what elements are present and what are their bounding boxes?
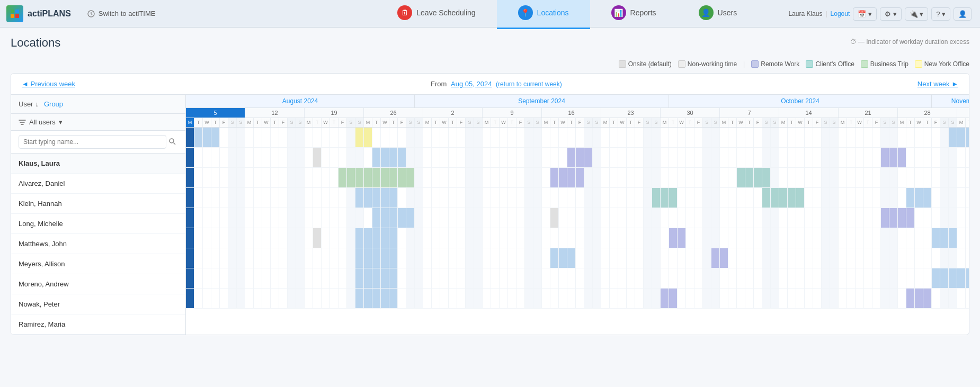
calendar-cell[interactable]	[856, 148, 864, 167]
calendar-cell[interactable]	[805, 268, 813, 288]
calendar-cell[interactable]	[805, 248, 813, 268]
calendar-cell[interactable]	[559, 248, 567, 268]
calendar-cell[interactable]	[542, 228, 550, 248]
calendar-cell[interactable]	[398, 208, 406, 228]
calendar-cell[interactable]	[627, 128, 635, 147]
calendar-cell[interactable]	[881, 289, 889, 308]
calendar-cell[interactable]	[533, 148, 542, 167]
calendar-cell[interactable]	[669, 148, 678, 167]
calendar-cell[interactable]	[601, 268, 610, 288]
calendar-cell[interactable]	[279, 228, 288, 248]
calendar-cell[interactable]	[966, 168, 969, 187]
calendar-cell[interactable]	[313, 188, 322, 208]
calendar-cell[interactable]	[678, 188, 686, 208]
calendar-cell[interactable]	[949, 148, 957, 167]
calendar-cell[interactable]	[271, 168, 279, 187]
calendar-cell[interactable]	[313, 228, 322, 248]
calendar-cell[interactable]	[686, 168, 694, 187]
calendar-cell[interactable]	[237, 168, 245, 187]
calendar-cell[interactable]	[898, 228, 906, 248]
calendar-cell[interactable]	[381, 268, 389, 288]
calendar-cell[interactable]	[644, 168, 652, 187]
calendar-cell[interactable]	[508, 289, 516, 308]
calendar-cell[interactable]	[779, 148, 788, 167]
calendar-cell[interactable]	[542, 128, 550, 147]
calendar-cell[interactable]	[711, 168, 720, 187]
calendar-cell[interactable]	[500, 208, 508, 228]
calendar-cell[interactable]	[847, 268, 856, 288]
calendar-cell[interactable]	[745, 188, 754, 208]
calendar-cell[interactable]	[364, 188, 372, 208]
calendar-cell[interactable]	[593, 148, 601, 167]
calendar-cell[interactable]	[516, 228, 525, 248]
calendar-cell[interactable]	[618, 268, 627, 288]
calendar-cell[interactable]	[364, 268, 372, 288]
calendar-cell[interactable]	[881, 248, 889, 268]
calendar-cell[interactable]	[669, 168, 678, 187]
calendar-cell[interactable]	[737, 188, 745, 208]
calendar-cell[interactable]	[355, 148, 364, 167]
calendar-cell[interactable]	[237, 248, 245, 268]
calendar-cell[interactable]	[703, 268, 711, 288]
calendar-cell[interactable]	[788, 228, 796, 248]
calendar-cell[interactable]	[635, 148, 644, 167]
calendar-cell[interactable]	[432, 128, 440, 147]
calendar-cell[interactable]	[474, 188, 483, 208]
calendar-cell[interactable]	[771, 228, 779, 248]
calendar-cell[interactable]	[288, 228, 296, 248]
calendar-cell[interactable]	[550, 268, 559, 288]
calendar-cell[interactable]	[762, 208, 771, 228]
calendar-cell[interactable]	[754, 248, 762, 268]
calendar-cell[interactable]	[839, 289, 847, 308]
calendar-cell[interactable]	[720, 248, 728, 268]
calendar-cell[interactable]	[533, 208, 542, 228]
calendar-cell[interactable]	[500, 268, 508, 288]
calendar-cell[interactable]	[338, 128, 347, 147]
calendar-cell[interactable]	[542, 248, 550, 268]
calendar-cell[interactable]	[355, 188, 364, 208]
calendar-cell[interactable]	[957, 228, 966, 248]
calendar-cell[interactable]	[864, 188, 872, 208]
calendar-cell[interactable]	[220, 248, 228, 268]
calendar-cell[interactable]	[771, 289, 779, 308]
calendar-cell[interactable]	[338, 289, 347, 308]
calendar-cell[interactable]	[644, 268, 652, 288]
calendar-cell[interactable]	[550, 289, 559, 308]
calendar-cell[interactable]	[491, 289, 500, 308]
calendar-cell[interactable]	[211, 268, 220, 288]
calendar-cell[interactable]	[601, 148, 610, 167]
calendar-cell[interactable]	[635, 268, 644, 288]
calendar-cell[interactable]	[483, 228, 491, 248]
calendar-cell[interactable]	[372, 208, 381, 228]
calendar-cell[interactable]	[957, 148, 966, 167]
calendar-cell[interactable]	[754, 208, 762, 228]
calendar-cell[interactable]	[737, 168, 745, 187]
calendar-cell[interactable]	[355, 248, 364, 268]
calendar-cell[interactable]	[584, 268, 593, 288]
calendar-cell[interactable]	[186, 289, 194, 308]
calendar-cell[interactable]	[771, 128, 779, 147]
calendar-cell[interactable]	[415, 148, 423, 167]
calendar-cell[interactable]	[864, 148, 872, 167]
calendar-cell[interactable]	[957, 268, 966, 288]
calendar-cell[interactable]	[644, 148, 652, 167]
calendar-cell[interactable]	[364, 148, 372, 167]
calendar-cell[interactable]	[830, 148, 839, 167]
calendar-cell[interactable]	[364, 248, 372, 268]
calendar-cell[interactable]	[398, 289, 406, 308]
calendar-cell[interactable]	[711, 208, 720, 228]
calendar-cell[interactable]	[457, 188, 466, 208]
calendar-cell[interactable]	[881, 188, 889, 208]
calendar-cell[interactable]	[245, 228, 254, 248]
calendar-cell[interactable]	[330, 248, 338, 268]
calendar-cell[interactable]	[686, 228, 694, 248]
calendar-cell[interactable]	[966, 188, 969, 208]
calendar-cell[interactable]	[415, 228, 423, 248]
calendar-cell[interactable]	[847, 208, 856, 228]
calendar-cell[interactable]	[694, 289, 703, 308]
calendar-cell[interactable]	[347, 289, 355, 308]
calendar-cell[interactable]	[652, 248, 661, 268]
calendar-cell[interactable]	[966, 228, 969, 248]
calendar-cell[interactable]	[652, 188, 661, 208]
calendar-cell[interactable]	[601, 208, 610, 228]
